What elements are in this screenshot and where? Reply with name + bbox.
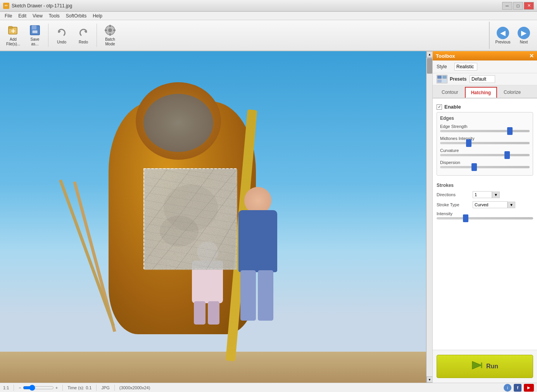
style-select[interactable]: Realistic Pencil Charcoal (454, 63, 477, 71)
zoom-minus[interactable]: − (19, 385, 21, 390)
svg-rect-1 (9, 26, 12, 28)
tab-colorize[interactable]: Colorize (498, 87, 527, 98)
svg-rect-40 (437, 76, 442, 79)
curvature-row: Curvature (440, 148, 530, 156)
menu-softorbits[interactable]: SoftOrbits (63, 12, 90, 19)
batch-mode-button[interactable]: Batch Mode (100, 22, 120, 48)
minimize-button[interactable]: ─ (502, 2, 512, 10)
enable-checkbox[interactable] (437, 104, 442, 110)
run-button[interactable]: Run (437, 355, 533, 378)
curvature-thumb[interactable] (504, 151, 510, 159)
style-label: Style (437, 64, 452, 69)
intensity-slider[interactable] (437, 217, 533, 219)
midtones-intensity-row: Midtones Intensity (440, 136, 530, 144)
midtones-intensity-label: Midtones Intensity (440, 136, 530, 141)
window-controls[interactable]: ─ □ ✕ (502, 2, 534, 10)
strokes-section: Strokes Directions 1 2 3 ▼ Stro (437, 180, 533, 226)
close-button[interactable]: ✕ (524, 2, 534, 10)
sketch-preview (143, 168, 237, 269)
dimensions-section: (3000x2000x24) (119, 385, 150, 390)
info-icon[interactable]: i (504, 384, 511, 392)
toolbox-close-button[interactable]: ✕ (529, 53, 534, 59)
svg-rect-11 (109, 25, 111, 27)
midtones-intensity-thumb[interactable] (466, 139, 471, 147)
stroke-type-arrow[interactable]: ▼ (508, 202, 515, 208)
zoom-plus[interactable]: + (55, 385, 58, 390)
format-section: JPG (101, 385, 109, 390)
previous-icon: ◀ (497, 27, 509, 39)
dispersion-label: Dispersion (440, 160, 530, 165)
batch-mode-icon (104, 24, 116, 36)
undo-label: Undo (57, 40, 66, 44)
tab-contour[interactable]: Contour (436, 87, 464, 98)
menu-view[interactable]: View (29, 12, 46, 19)
redo-button[interactable]: Redo (73, 22, 93, 48)
edge-strength-slider[interactable] (440, 130, 530, 132)
toolbox-header: Toolbox ✕ (433, 51, 537, 60)
stroke-type-select[interactable]: Curved Straight Random (473, 201, 508, 208)
zoom-section: 1:1 (3, 385, 9, 390)
titlebar: ✏ Sketch Drawer - otp-1711.jpg ─ □ ✕ (0, 0, 537, 12)
scroll-thumb[interactable] (427, 58, 432, 74)
menubar: File Edit View Tools SoftOrbits Help (0, 12, 537, 20)
next-icon: ▶ (518, 27, 530, 39)
person-figure (237, 187, 283, 323)
style-select-wrap: Realistic Pencil Charcoal (454, 63, 533, 71)
menu-tools[interactable]: Tools (46, 12, 63, 19)
statusbar-right: i f ▶ (504, 384, 534, 392)
add-files-label: Add File(s)... (6, 37, 20, 47)
stroke-type-label: Stroke Type (437, 202, 470, 207)
directions-arrow[interactable]: ▼ (492, 192, 500, 198)
enable-label: Enable (444, 104, 461, 110)
directions-label: Directions (437, 192, 470, 197)
dimensions-value: (3000x2000x24) (119, 385, 150, 390)
scroll-down-button[interactable]: ▼ (426, 376, 432, 383)
menu-file[interactable]: File (2, 12, 15, 19)
intensity-label: Intensity (437, 211, 533, 216)
format-value: JPG (101, 385, 109, 390)
window-title: Sketch Drawer - otp-1711.jpg (12, 3, 72, 9)
presets-select-wrap: Default Fine Lines Bold (470, 75, 533, 83)
edge-strength-row: Edge Strength (440, 124, 530, 132)
svg-rect-5 (32, 26, 36, 29)
strokes-title: Strokes (437, 183, 533, 188)
menu-help[interactable]: Help (90, 12, 105, 19)
directions-select[interactable]: 1 2 3 (473, 191, 492, 198)
save-as-label: Save as... (31, 37, 40, 47)
toolbar-sep-2 (97, 24, 97, 47)
menu-edit[interactable]: Edit (15, 12, 29, 19)
vertical-scrollbar[interactable]: ▲ ▼ (426, 51, 432, 383)
youtube-icon[interactable]: ▶ (524, 384, 534, 392)
zoom-slider-section: − + (19, 385, 58, 391)
midtones-intensity-slider[interactable] (440, 142, 530, 144)
canvas-area[interactable]: ▲ ▼ (0, 51, 432, 383)
time-value: 0.1 (86, 385, 92, 390)
zoom-slider[interactable] (23, 385, 54, 391)
presets-select[interactable]: Default Fine Lines Bold (470, 75, 495, 83)
facebook-icon[interactable]: f (514, 384, 521, 392)
save-as-icon (29, 24, 41, 36)
add-files-icon (7, 24, 19, 36)
run-label: Run (486, 363, 498, 370)
intensity-thumb[interactable] (463, 214, 468, 222)
maximize-button[interactable]: □ (513, 2, 523, 10)
svg-rect-14 (113, 29, 116, 31)
svg-rect-12 (109, 33, 111, 36)
svg-point-10 (108, 28, 112, 32)
next-button[interactable]: ▶ Next (514, 22, 534, 48)
scroll-up-button[interactable]: ▲ (426, 51, 432, 57)
svg-point-39 (160, 216, 199, 247)
previous-button[interactable]: ◀ Previous (493, 22, 513, 48)
dispersion-thumb[interactable] (471, 163, 477, 171)
dispersion-slider[interactable] (440, 166, 530, 168)
save-as-button[interactable]: Save as... (25, 22, 45, 48)
edges-section: Edges Edge Strength Midtones Intensity (437, 112, 533, 176)
redo-label: Redo (79, 40, 88, 44)
curvature-slider[interactable] (440, 154, 530, 156)
svg-marker-44 (472, 361, 482, 369)
edge-strength-thumb[interactable] (507, 127, 513, 135)
undo-button[interactable]: Undo (52, 22, 72, 48)
tab-hatching[interactable]: Hatching (465, 87, 497, 98)
add-files-button[interactable]: Add File(s)... (3, 22, 23, 48)
svg-rect-6 (32, 30, 38, 33)
